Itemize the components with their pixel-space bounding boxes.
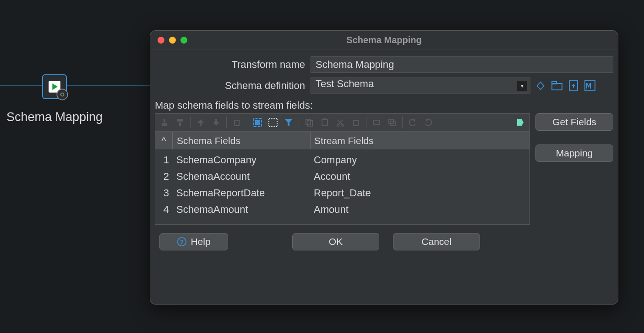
copy-icon[interactable] [302, 115, 317, 130]
trash-icon[interactable] [349, 115, 363, 130]
schema-field-cell[interactable]: SchemaReportDate [173, 187, 310, 199]
folder-icon[interactable] [550, 78, 564, 93]
mapping-button[interactable]: Mapping [535, 144, 613, 162]
svg-rect-5 [552, 83, 562, 90]
schema-field-cell[interactable]: SchemaAmount [173, 204, 310, 216]
redo-icon[interactable] [421, 115, 436, 130]
svg-rect-18 [215, 119, 217, 122]
svg-text:?: ? [180, 239, 184, 245]
svg-marker-40 [517, 119, 524, 126]
svg-marker-17 [213, 122, 219, 126]
table-row[interactable]: 1SchemaCompanyCompany [155, 152, 529, 168]
paste-icon[interactable] [317, 115, 332, 130]
metadata-icon[interactable] [583, 78, 597, 93]
chevron-down-icon: ▼ [517, 81, 527, 91]
svg-rect-33 [354, 121, 358, 126]
window-close-button[interactable] [158, 37, 164, 44]
get-fields-button[interactable]: Get Fields [535, 113, 613, 131]
table-row[interactable]: 2SchemaAccountAccount [155, 168, 529, 185]
svg-rect-35 [373, 120, 380, 125]
insert-after-icon[interactable] [173, 115, 187, 130]
svg-rect-16 [200, 123, 202, 126]
cancel-button[interactable]: Cancel [393, 233, 480, 250]
copy-rows-icon[interactable] [369, 115, 384, 130]
delete-icon[interactable] [229, 115, 244, 130]
map-fields-label: Map schema fields to stream fields: [155, 100, 613, 111]
stream-field-cell[interactable]: Report_Date [310, 187, 529, 199]
insert-before-icon[interactable] [157, 115, 172, 130]
table-toolbar [155, 113, 530, 132]
transform-name-label: Transform name [155, 59, 311, 71]
undo-icon[interactable] [405, 115, 420, 130]
new-file-icon[interactable] [566, 78, 581, 93]
svg-rect-19 [235, 120, 239, 126]
deselect-icon[interactable] [266, 115, 280, 130]
svg-rect-6 [552, 82, 557, 84]
row-index: 2 [155, 171, 173, 183]
svg-rect-28 [323, 118, 326, 120]
svg-marker-15 [197, 119, 204, 123]
column-header-stream-fields[interactable]: Stream Fields [310, 132, 450, 150]
svg-rect-12 [164, 119, 165, 122]
svg-point-2 [57, 89, 67, 100]
ok-button[interactable]: OK [292, 233, 379, 250]
column-header-schema-fields[interactable]: Schema Fields [173, 132, 310, 150]
select-all-icon[interactable] [250, 115, 265, 130]
dialog-title: Schema Mapping [150, 35, 618, 45]
stream-field-cell[interactable]: Amount [310, 204, 529, 216]
svg-rect-23 [269, 118, 277, 127]
schema-definition-select[interactable]: Test Schema ▼ [311, 78, 530, 94]
cut-icon[interactable] [333, 115, 348, 130]
row-index: 4 [155, 204, 173, 216]
variable-icon[interactable] [533, 78, 548, 93]
move-down-icon[interactable] [209, 115, 224, 130]
row-index: 1 [155, 154, 173, 166]
help-button[interactable]: ? Help [159, 233, 228, 250]
schema-field-cell[interactable]: SchemaCompany [173, 154, 310, 166]
duplicate-icon[interactable] [385, 115, 399, 130]
svg-rect-22 [255, 120, 260, 125]
node-label: Schema Mapping [6, 110, 103, 124]
schema-field-cell[interactable]: SchemaAccount [173, 171, 310, 183]
window-maximize-button[interactable] [180, 37, 187, 44]
schema-mapping-node[interactable] [42, 74, 67, 99]
schema-mapping-dialog: Schema Mapping Transform name Schema def… [150, 30, 618, 305]
tag-icon[interactable] [513, 115, 528, 130]
row-header-index[interactable]: ^ [155, 132, 173, 150]
svg-rect-27 [322, 119, 327, 126]
svg-rect-13 [177, 119, 183, 122]
help-icon: ? [177, 237, 187, 247]
gear-icon [56, 88, 69, 101]
schema-definition-value: Test Schema [316, 78, 374, 89]
stream-field-cell[interactable]: Company [310, 154, 529, 166]
table-row[interactable]: 3SchemaReportDateReport_Date [155, 185, 529, 201]
svg-rect-14 [179, 122, 181, 126]
titlebar: Schema Mapping [150, 31, 618, 50]
row-index: 3 [155, 187, 173, 199]
transform-name-input[interactable] [311, 56, 613, 73]
stream-field-cell[interactable]: Account [310, 171, 529, 183]
canvas-connector-line [0, 85, 151, 86]
move-up-icon[interactable] [193, 115, 208, 130]
svg-rect-11 [162, 123, 167, 126]
window-minimize-button[interactable] [169, 37, 176, 44]
svg-marker-24 [285, 119, 292, 126]
mapping-table: ^ Schema Fields Stream Fields 1SchemaCom… [155, 132, 530, 225]
filter-icon[interactable] [281, 115, 296, 130]
svg-marker-4 [537, 82, 544, 90]
table-row[interactable]: 4SchemaAmountAmount [155, 201, 529, 218]
schema-definition-label: Schema definition [155, 80, 311, 92]
